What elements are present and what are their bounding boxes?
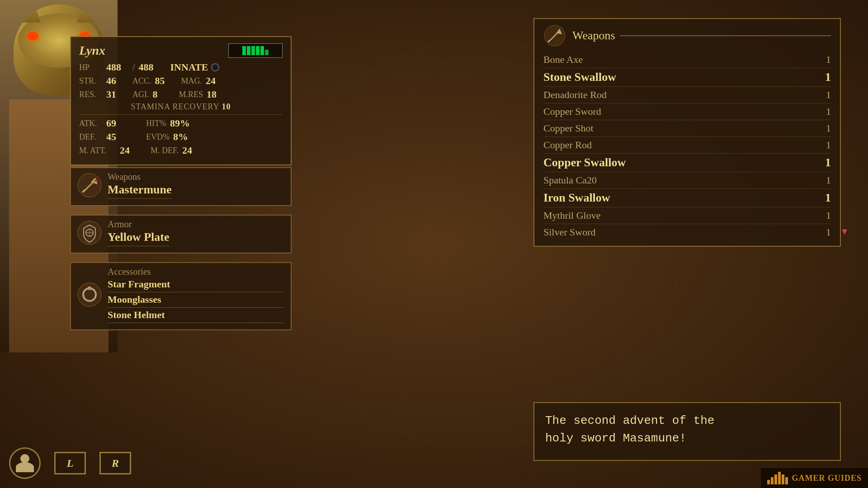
weapon-count: 1 [817, 174, 831, 186]
accessory-item-3: Stone Helmet [108, 309, 284, 321]
accessory-2-underline [108, 307, 284, 308]
str-row: STR. 46 ACC. 85 MAG. 24 [79, 75, 283, 87]
weapon-name: Copper Swallow [543, 156, 626, 169]
description-panel: The second advent of theholy sword Masam… [533, 402, 841, 461]
acc-label: ACC. [132, 76, 151, 86]
res-label: RES. [79, 90, 106, 99]
weapon-list-item[interactable]: Mythril Glove 1 [543, 207, 831, 224]
weapon-list-item[interactable]: Iron Swallow 1 [543, 189, 831, 207]
weapons-header-line [620, 35, 831, 36]
gg-bars [767, 472, 788, 484]
armor-category-container: Armor Yellow Plate [108, 219, 169, 246]
mdef-value: 24 [182, 145, 205, 156]
hp-seg-6 [265, 50, 269, 55]
def-label: DEF. [79, 132, 106, 142]
atk-label: ATK. [79, 119, 106, 128]
person-button[interactable] [9, 447, 41, 479]
weapons-list-title: Weapons [572, 29, 615, 42]
hp-seg-5 [260, 46, 264, 55]
str-label: STR. [79, 76, 106, 86]
l-button[interactable]: L [54, 452, 86, 474]
armor-header: Armor Yellow Plate [77, 219, 284, 246]
gg-bar-1 [767, 480, 770, 484]
weapon-list-item[interactable]: Copper Shot 1 [543, 120, 831, 137]
res-row: RES. 31 AGI. 8 M.RES 18 [79, 89, 283, 100]
armor-category-label: Armor [108, 219, 169, 230]
gg-bar-2 [771, 477, 774, 484]
weapons-equip-icon [77, 173, 102, 198]
char-ear-left [23, 5, 41, 23]
gg-bar-3 [774, 474, 777, 484]
svg-point-9 [78, 283, 101, 306]
agi-label: AGI. [132, 90, 149, 99]
accessories-header: Accessories Star Fragment Moonglasses St… [77, 267, 284, 323]
char-eye-left [27, 32, 38, 41]
r-button[interactable]: R [99, 452, 131, 474]
hp-seg-3 [251, 46, 255, 55]
weapon-list-item[interactable]: Copper Sword 1 [543, 103, 831, 120]
weapons-header: Weapons Mastermune [77, 172, 284, 199]
weapon-list-item[interactable]: Silver Sword 1 [543, 224, 831, 240]
gg-label: GAMER GUIDES [792, 474, 862, 483]
weapon-list-item[interactable]: Stone Swallow 1 [543, 68, 831, 87]
stamina-row: STAMINA RECOVERY 10 [79, 102, 283, 112]
gamer-guides-watermark: GAMER GUIDES [761, 468, 868, 488]
weapon-name: Bone Axe [543, 54, 583, 66]
matt-label: M. ATT. [79, 146, 120, 155]
weapons-underline [108, 198, 172, 199]
person-icon [16, 454, 34, 472]
gg-bar-6 [785, 477, 788, 484]
atk-row: ATK. 69 HIT% 89% [79, 117, 283, 129]
weapon-count: 1 [817, 106, 831, 117]
weapons-item-name: Mastermune [108, 183, 172, 197]
weapon-count: 1 [817, 226, 831, 238]
mag-label: MAG. [181, 76, 203, 86]
weapon-name: Stone Swallow [543, 70, 616, 84]
stats-panel: Lynx HP 488 / 488 INNATE STR. 46 ACC. 85… [70, 36, 292, 165]
stamina-value: 10 [222, 102, 231, 111]
weapon-count: 1 [817, 122, 831, 134]
weapon-count: 1 [817, 89, 831, 101]
weapon-list-item[interactable]: Copper Rod 1 [543, 137, 831, 154]
weapon-count: 1 [817, 210, 831, 221]
innate-label: INNATE [170, 61, 208, 73]
char-ear-right [77, 5, 95, 23]
accessory-1-underline [108, 292, 284, 292]
accessory-item-2: Moonglasses [108, 294, 284, 305]
str-value: 46 [106, 75, 129, 87]
weapon-count: 1 [817, 139, 831, 151]
accessories-category-label: Accessories [108, 267, 284, 277]
weapon-list-item[interactable]: Denadorite Rod 1 [543, 87, 831, 103]
hit-value: 89% [170, 117, 193, 129]
weapon-list-item[interactable]: Spatula Ca20 1 [543, 172, 831, 189]
innate-dot [211, 63, 219, 71]
stat-divider [79, 114, 283, 115]
weapon-list-item[interactable]: Bone Axe 1 [543, 52, 831, 68]
hp-max: 488 [139, 61, 161, 73]
acc-value: 85 [155, 75, 178, 87]
weapon-count: 1 [817, 70, 831, 84]
hp-seg-2 [247, 46, 250, 55]
weapon-name: Copper Rod [543, 139, 592, 151]
weapon-name: Denadorite Rod [543, 89, 607, 101]
atk-value: 69 [106, 117, 142, 129]
bottom-buttons: L R [9, 447, 131, 479]
matt-value: 24 [120, 145, 147, 156]
def-row: DEF. 45 EVD% 8% [79, 131, 283, 143]
weapon-name: Iron Swallow [543, 191, 610, 205]
weapon-name: Copper Shot [543, 122, 594, 134]
accessories-equip-icon [77, 282, 102, 307]
accessories-equip-panel: Accessories Star Fragment Moonglasses St… [70, 262, 292, 330]
weapon-list-item[interactable]: Copper Swallow 1 [543, 154, 831, 172]
hp-seg-4 [256, 46, 259, 55]
weapons-equip-panel: Weapons Mastermune [70, 167, 292, 206]
weapon-count: 1 [817, 156, 831, 169]
res-value: 31 [106, 89, 129, 100]
hp-seg-1 [242, 46, 246, 55]
weapon-count: 1 [817, 191, 831, 205]
weapon-name: Spatula Ca20 [543, 174, 597, 186]
matt-row: M. ATT. 24 M. DEF. 24 [79, 145, 283, 156]
mdef-label: M. DEF. [151, 146, 179, 155]
armor-equip-icon [77, 221, 102, 245]
weapon-name: Mythril Glove [543, 210, 601, 221]
